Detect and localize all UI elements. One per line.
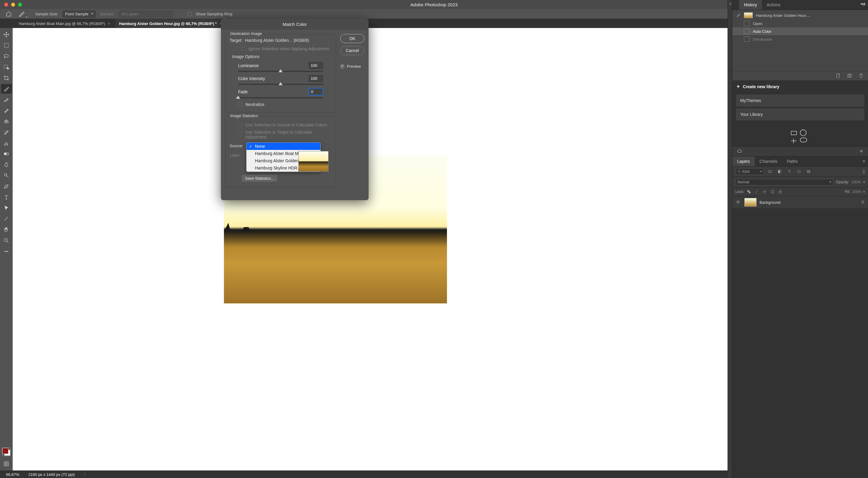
status-chevron-icon[interactable]: 〉 [84,472,88,477]
minimize-window-icon[interactable] [11,3,15,7]
eyedropper-tool-icon[interactable] [1,84,12,94]
type-tool-icon[interactable] [1,192,12,202]
fade-input[interactable] [309,88,323,95]
canvas[interactable] [13,28,727,471]
blend-mode-select[interactable]: Normal [735,179,833,185]
home-icon[interactable] [4,10,13,18]
history-step-icon [744,29,750,34]
svg-point-1 [4,54,8,57]
image-statistics-group: Image Statistics Use Selection in Source… [225,116,336,187]
filter-toggle[interactable] [863,169,865,174]
tab-layers[interactable]: Layers [733,157,755,166]
gradient-tool-icon[interactable] [1,149,12,159]
document-tab[interactable]: Hamburg Alster Boat Main.jpg @ 66,7% (RG… [14,19,115,28]
tab-paths[interactable]: Paths [782,157,803,166]
plus-icon[interactable] [859,149,864,155]
color-swatches[interactable] [2,448,10,456]
filter-adjustment-icon[interactable] [776,169,783,175]
use-source-selection-checkbox [238,123,242,127]
document-tab[interactable]: Hamburg Alster Golden Hour.jpg @ 66,7% (… [115,19,227,28]
healing-brush-tool-icon[interactable] [1,95,12,104]
new-document-icon[interactable] [835,73,841,79]
eyedropper-tool-icon[interactable]: ▾ [17,10,26,18]
layer-thumbnail [744,198,756,206]
dropdown-item[interactable]: None [247,143,321,150]
history-step-label: Desaturate [753,37,772,41]
visibility-icon[interactable] [735,200,741,205]
lock-all-icon[interactable] [777,189,783,195]
opacity-value[interactable]: 100% [851,180,861,184]
zoom-tool-icon[interactable] [1,236,12,245]
filter-type-icon[interactable]: T [786,169,793,175]
path-select-tool-icon[interactable] [1,203,12,213]
eraser-tool-icon[interactable] [1,138,12,148]
close-window-icon[interactable] [4,3,8,7]
create-library-button[interactable]: + Create new library [733,80,868,93]
pen-tool-icon[interactable] [1,181,12,191]
maximize-window-icon[interactable] [18,3,22,7]
dodge-tool-icon[interactable] [1,171,12,180]
marquee-tool-icon[interactable] [1,41,12,50]
close-tab-icon[interactable]: × [108,21,110,26]
lock-artboard-icon[interactable] [770,189,775,195]
filter-pixel-icon[interactable] [767,169,774,175]
lock-pixels-icon[interactable] [754,189,760,195]
zoom-level[interactable]: 66,67% [6,472,19,477]
hand-tool-icon[interactable] [1,225,12,235]
library-item[interactable]: Your Library [736,108,864,121]
cancel-button[interactable]: Cancel [340,46,364,55]
filter-shape-icon[interactable] [795,169,803,175]
object-select-tool-icon[interactable] [1,62,12,72]
collapse-panel-icon[interactable]: ◀◀ [860,2,865,6]
show-sampling-ring-checkbox[interactable] [187,12,192,16]
history-brush-tool-icon[interactable] [1,127,12,137]
library-item[interactable]: MyThemes [736,95,864,107]
intensity-input[interactable] [309,75,323,82]
lock-icon[interactable] [861,200,865,205]
preview-label: Preview [347,64,361,69]
target-label: Target: [230,38,243,43]
lasso-tool-icon[interactable] [1,52,12,61]
foreground-color-swatch[interactable] [2,448,8,454]
neutralize-checkbox[interactable] [238,102,242,107]
sample-size-select[interactable]: Point Sample [62,10,96,18]
layers-panel: Layers Channels Paths ≡ Kind T Normal Op [733,157,868,478]
crop-tool-icon[interactable] [1,73,12,83]
history-item[interactable]: Auto Color [733,27,868,35]
brush-tool-icon[interactable] [1,106,12,115]
collapsed-panel-strip[interactable] [727,0,733,478]
history-item[interactable]: Open [733,20,868,27]
filter-smart-icon[interactable] [805,169,812,175]
tab-history[interactable]: History [739,0,762,10]
fade-slider[interactable] [238,97,323,98]
panel-menu-icon[interactable]: ≡ [860,157,868,166]
history-item[interactable]: Desaturate [733,35,868,43]
luminance-slider[interactable] [238,71,323,72]
tab-actions[interactable]: Actions [762,0,785,10]
more-tools-icon[interactable]: ••• [1,246,12,256]
fill-value[interactable]: 100% [852,190,861,194]
lock-label: Lock: [735,190,744,194]
close-panel-icon[interactable]: × [730,2,732,6]
quick-mask-icon[interactable] [1,459,12,469]
ok-button[interactable]: OK [340,34,364,43]
trash-icon[interactable] [858,73,864,79]
layer-kind-filter[interactable]: Kind [735,168,764,175]
shape-tool-icon[interactable] [1,214,12,224]
layer-item[interactable]: Background [733,196,868,208]
clone-stamp-tool-icon[interactable] [1,116,12,126]
history-snapshot[interactable]: Hamburg Alster Golden Hour.... [733,11,868,20]
preview-checkbox[interactable] [340,64,344,69]
tab-channels[interactable]: Channels [755,157,782,166]
move-tool-icon[interactable] [1,30,12,39]
camera-icon[interactable] [847,73,852,79]
lock-position-icon[interactable] [762,189,768,195]
lock-transparency-icon[interactable] [746,189,752,195]
luminance-input[interactable] [309,62,323,69]
cloud-icon[interactable] [737,149,743,155]
intensity-slider[interactable] [238,84,323,85]
save-statistics-button[interactable]: Save Statistics... [241,174,278,182]
svg-rect-7 [4,153,6,155]
blur-tool-icon[interactable] [1,160,12,169]
dialog-title: Match Color [221,19,369,30]
